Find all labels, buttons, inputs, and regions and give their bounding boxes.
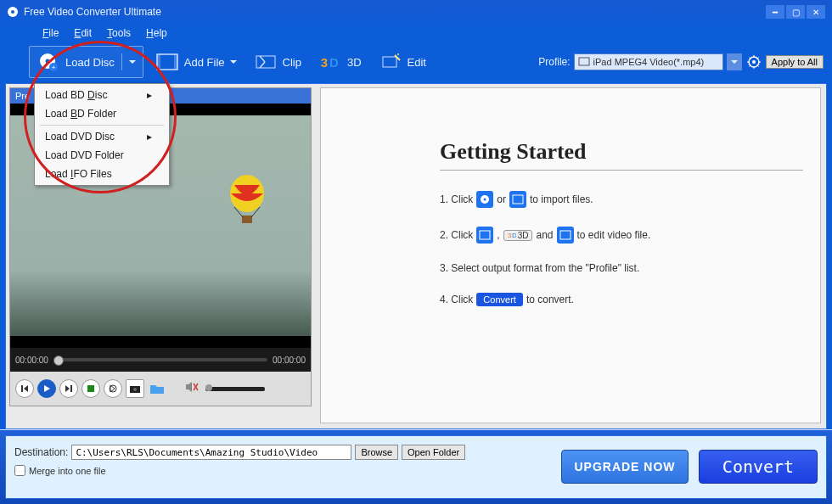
preview-seek-slider[interactable] bbox=[53, 358, 267, 361]
svg-text:D: D bbox=[512, 232, 516, 239]
3d-label: 3D bbox=[347, 56, 362, 69]
svg-rect-12 bbox=[383, 57, 396, 67]
svg-rect-27 bbox=[513, 195, 523, 204]
mute-button[interactable] bbox=[185, 381, 199, 396]
menu-file[interactable]: File bbox=[42, 27, 59, 39]
browse-button[interactable]: Browse bbox=[355, 445, 398, 460]
destination-label: Destination: bbox=[14, 446, 68, 458]
svg-rect-14 bbox=[579, 58, 589, 65]
disc-icon: + bbox=[37, 50, 60, 74]
svg-rect-28 bbox=[480, 231, 490, 239]
menubar: File Edit Tools Help bbox=[0, 24, 832, 42]
destination-input[interactable] bbox=[71, 445, 351, 460]
time-current: 00:00:00 bbox=[15, 356, 48, 365]
app-title: Free Video Converter Ultimate bbox=[24, 6, 161, 18]
load-disc-button[interactable]: + Load Disc bbox=[29, 46, 143, 78]
svg-point-16 bbox=[752, 60, 756, 64]
getting-started-heading: Getting Started bbox=[440, 139, 803, 165]
preview-timebar: 00:00:00 00:00:00 bbox=[10, 348, 311, 372]
volume-slider[interactable] bbox=[205, 387, 265, 391]
menu-load-dvd-disc[interactable]: Load DVD Disc▸ bbox=[37, 127, 167, 146]
load-disc-dropdown: Load BD Disc▸ Load BD Folder Load DVD Di… bbox=[34, 83, 170, 186]
step-1: 1. Click or to import files. bbox=[440, 191, 803, 208]
folder-icon bbox=[149, 383, 165, 395]
menu-help[interactable]: Help bbox=[146, 27, 167, 39]
chevron-down-icon bbox=[230, 60, 237, 64]
svg-point-3 bbox=[46, 59, 50, 64]
step-3: 3. Select output format from the "Profil… bbox=[440, 262, 803, 274]
close-button[interactable]: ✕ bbox=[807, 5, 825, 19]
svg-rect-7 bbox=[157, 54, 160, 70]
load-disc-label: Load Disc bbox=[65, 56, 115, 69]
edit-mini-icon bbox=[557, 227, 574, 244]
next-button[interactable] bbox=[59, 379, 78, 398]
maximize-button[interactable]: ▢ bbox=[786, 5, 805, 19]
camera-icon bbox=[130, 384, 140, 393]
clip-label: Clip bbox=[283, 56, 301, 69]
svg-text:+: + bbox=[52, 64, 56, 71]
load-disc-caret-icon bbox=[129, 60, 136, 64]
snapshot-button[interactable] bbox=[126, 379, 144, 398]
titlebar: Free Video Converter Ultimate ━ ▢ ✕ bbox=[0, 0, 832, 24]
3d-button[interactable]: 3D 3D bbox=[313, 48, 367, 76]
time-total: 00:00:00 bbox=[273, 356, 306, 365]
svg-point-1 bbox=[11, 10, 14, 14]
folder-button[interactable] bbox=[148, 379, 166, 398]
stop-button[interactable] bbox=[82, 379, 100, 398]
menu-load-bd-disc[interactable]: Load BD Disc▸ bbox=[37, 86, 167, 104]
upgrade-button[interactable]: UPGRADE NOW bbox=[561, 450, 689, 484]
film-mini-icon bbox=[509, 191, 526, 208]
step-4: 4. Click Convert to convert. bbox=[440, 293, 803, 306]
bottom-bar: Destination: Browse Open Folder Merge in… bbox=[0, 429, 832, 504]
play-button[interactable] bbox=[37, 379, 56, 398]
disc-mini-icon bbox=[476, 191, 493, 208]
step-2: 2. Click , 3D3D and to edit video file. bbox=[440, 227, 803, 244]
edit-label: Edit bbox=[408, 56, 426, 69]
toolbar: + Load Disc Add File Clip 3D 3D Edit Pro… bbox=[0, 42, 832, 81]
menu-load-dvd-folder[interactable]: Load DVD Folder bbox=[37, 146, 167, 165]
settings-button[interactable] bbox=[745, 53, 762, 70]
open-folder-button[interactable]: Open Folder bbox=[402, 445, 465, 460]
profile-caret[interactable] bbox=[727, 53, 742, 70]
svg-rect-9 bbox=[256, 56, 275, 68]
speaker-mute-icon bbox=[185, 381, 199, 393]
svg-rect-8 bbox=[174, 54, 177, 70]
menu-tools[interactable]: Tools bbox=[107, 27, 131, 39]
merge-label: Merge into one file bbox=[29, 466, 106, 476]
preview-controls bbox=[10, 372, 311, 406]
menu-edit[interactable]: Edit bbox=[74, 27, 92, 39]
svg-text:3: 3 bbox=[321, 55, 328, 70]
scissors-icon bbox=[254, 50, 278, 74]
convert-mini-button: Convert bbox=[476, 293, 523, 306]
menu-load-bd-folder[interactable]: Load BD Folder bbox=[37, 104, 167, 123]
clip-mini-icon bbox=[476, 227, 493, 244]
gear-icon bbox=[747, 55, 761, 69]
svg-point-24 bbox=[133, 388, 137, 391]
clip-button[interactable]: Clip bbox=[249, 48, 306, 76]
minimize-button[interactable]: ━ bbox=[766, 5, 784, 19]
getting-started-pane: Getting Started 1. Click or to import fi… bbox=[320, 87, 821, 423]
film-icon bbox=[155, 50, 179, 74]
add-file-button[interactable]: Add File bbox=[150, 48, 242, 76]
profile-label: Profile: bbox=[538, 56, 570, 68]
device-icon bbox=[578, 56, 590, 68]
svg-rect-21 bbox=[87, 385, 94, 392]
merge-checkbox[interactable] bbox=[14, 465, 25, 476]
step-button[interactable] bbox=[104, 379, 122, 398]
apply-to-all-button[interactable]: Apply to All bbox=[766, 55, 824, 69]
svg-point-13 bbox=[397, 53, 399, 55]
prev-button[interactable] bbox=[15, 379, 34, 398]
edit-button[interactable]: Edit bbox=[374, 48, 431, 76]
add-file-label: Add File bbox=[184, 56, 225, 69]
profile-select[interactable]: iPad MPEG4 Video(*.mp4) bbox=[574, 53, 723, 70]
balloon-icon bbox=[226, 175, 268, 226]
menu-load-ifo-files[interactable]: Load IFO Files bbox=[37, 165, 167, 183]
wand-icon bbox=[379, 50, 402, 74]
app-icon bbox=[7, 6, 19, 18]
3d-mini-icon: 3D3D bbox=[503, 230, 533, 241]
convert-button[interactable]: Convert bbox=[699, 450, 818, 484]
svg-rect-31 bbox=[560, 231, 571, 239]
profile-value: iPad MPEG4 Video(*.mp4) bbox=[593, 57, 705, 67]
svg-text:D: D bbox=[329, 55, 339, 70]
svg-rect-18 bbox=[242, 216, 252, 223]
